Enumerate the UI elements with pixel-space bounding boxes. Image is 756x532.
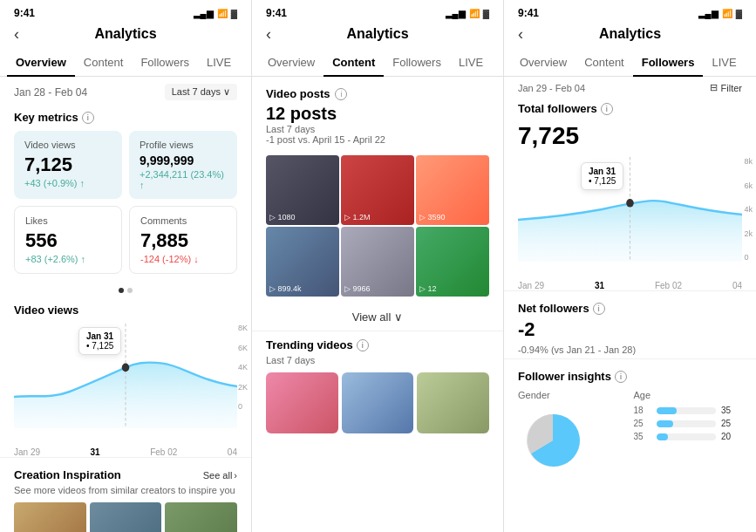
tabs-row-2: Overview Content Followers LIVE (252, 49, 503, 77)
post-views-3: ▷ 899.4k (269, 284, 302, 293)
chart-x-labels-1: Jan 29 31 Feb 02 04 (0, 446, 251, 457)
metric-value-2: 556 (25, 229, 111, 252)
metric-value-3: 7,885 (140, 229, 226, 252)
trending-info-icon[interactable]: i (357, 339, 369, 351)
post-views-2: ▷ 3590 (419, 213, 446, 222)
pagination-dots (0, 284, 251, 300)
trending-section: Trending videos i Last 7 days (252, 331, 503, 437)
insights-section: Follower insights i Gender Age 1 (504, 358, 756, 482)
posts-grid: ▷ 1080 ▷ 1.2M ▷ 3590 ▷ 899.4k ▷ 9966 ▷ 1… (252, 148, 503, 304)
post-thumb-3[interactable]: ▷ 899.4k (266, 227, 339, 297)
tab-followers-1[interactable]: Followers (132, 49, 198, 76)
post-views-5: ▷ 12 (419, 284, 437, 293)
posts-meta-2: -1 post vs. April 15 - April 22 (266, 134, 489, 145)
chevron-down-icon: ∨ (394, 310, 403, 324)
panel-followers: 9:41 ▂▄▆ 📶 ▓ ‹ Analytics Overview Conten… (504, 0, 756, 532)
chart-area-1: Jan 31 • 7,125 8K 6K 4K 2K 0 (0, 324, 251, 446)
video-posts-header: Video posts i 12 posts Last 7 days -1 po… (252, 77, 503, 148)
time-3: 9:41 (518, 7, 539, 19)
net-followers-info-icon[interactable]: i (593, 303, 605, 315)
back-button-2[interactable]: ‹ (266, 25, 271, 44)
age-bar-bg-0 (657, 407, 717, 414)
age-pct-2: 20 (721, 432, 742, 441)
trending-thumb-1[interactable] (342, 372, 414, 433)
post-thumb-1[interactable]: ▷ 1.2M (341, 155, 414, 225)
creation-section: Creation Inspiration See all › See more … (0, 457, 251, 532)
age-col: Age 18 35 25 (634, 390, 743, 445)
age-label: Age (634, 390, 743, 400)
page-title-2: Analytics (346, 26, 408, 42)
tab-followers-2[interactable]: Followers (384, 49, 450, 76)
followers-svg (518, 157, 742, 262)
tab-live-3[interactable]: LIVE (703, 49, 745, 76)
date-range-btn-1[interactable]: Last 7 days ∨ (165, 84, 237, 100)
tab-content-1[interactable]: Content (75, 49, 133, 76)
creation-thumb-2 (90, 502, 162, 532)
age-bar-2: 35 20 (634, 432, 743, 441)
tabs-row-1: Overview Content Followers LIVE (0, 49, 251, 77)
nav-header-3: ‹ Analytics (504, 23, 756, 49)
insights-info-icon[interactable]: i (615, 371, 627, 383)
total-followers-info-icon[interactable]: i (601, 103, 613, 115)
chart-y-labels-3: 8k 6k 4k 2k 0 (744, 157, 753, 262)
panel1-content: Jan 28 - Feb 04 Last 7 days ∨ Key metric… (0, 77, 251, 532)
key-metrics-title: Key metrics i (0, 107, 251, 131)
see-all-link[interactable]: See all › (203, 470, 237, 481)
tab-live-1[interactable]: LIVE (198, 49, 240, 76)
nav-header-2: ‹ Analytics (252, 23, 503, 49)
tab-live-2[interactable]: LIVE (450, 49, 492, 76)
panel3-content: Jan 29 - Feb 04 ⊟ Filter Total followers… (504, 77, 756, 532)
metric-label-0: Video views (24, 140, 112, 150)
age-bar-fill-1 (657, 420, 673, 427)
tab-overview-1[interactable]: Overview (7, 49, 75, 76)
panel-overview: 9:41 ▂▄▆ 📶 ▓ ‹ Analytics Overview Conten… (0, 0, 252, 532)
time-1: 9:41 (14, 7, 35, 19)
post-thumb-0[interactable]: ▷ 1080 (266, 155, 339, 225)
dot-1 (119, 288, 124, 293)
chart-title: Video views (0, 300, 251, 324)
signal-icon-2: ▂▄▆ (446, 9, 466, 18)
post-thumb-2[interactable]: ▷ 3590 (416, 155, 489, 225)
status-bar-2: 9:41 ▂▄▆ 📶 ▓ (252, 0, 503, 23)
age-bar-fill-2 (657, 433, 669, 440)
battery-icon: ▓ (231, 9, 237, 18)
trending-thumb-0[interactable] (266, 372, 338, 433)
date-range-row-1: Jan 28 - Feb 04 Last 7 days ∨ (0, 77, 251, 107)
video-posts-label: Video posts (266, 87, 330, 100)
chart-x-labels-3: Jan 29 31 Feb 02 04 (504, 279, 756, 290)
gender-col: Gender (518, 390, 627, 479)
wifi-icon-2: 📶 (469, 9, 480, 18)
back-button-1[interactable]: ‹ (14, 25, 19, 44)
wifi-icon: 📶 (217, 9, 228, 18)
tabs-row-3: Overview Content Followers LIVE (504, 49, 756, 77)
tab-followers-3[interactable]: Followers (633, 49, 704, 76)
trending-thumbs (266, 372, 489, 433)
post-thumb-4[interactable]: ▷ 9966 (341, 227, 414, 297)
creation-thumbs (14, 502, 237, 532)
trending-thumb-2[interactable] (417, 372, 489, 433)
tab-content-3[interactable]: Content (576, 49, 633, 76)
time-2: 9:41 (266, 7, 287, 19)
post-thumb-5[interactable]: ▷ 12 (416, 227, 489, 297)
metrics-grid: Video views 7,125 +43 (+0.9%) ↑ Profile … (0, 131, 251, 284)
age-label-1: 25 (634, 419, 651, 428)
age-bar-0: 18 35 (634, 406, 743, 415)
filter-button[interactable]: ⊟ Filter (710, 82, 742, 93)
panel-content: 9:41 ▂▄▆ 📶 ▓ ‹ Analytics Overview Conten… (252, 0, 504, 532)
tab-content-2[interactable]: Content (324, 49, 384, 76)
chart-svg-1 (14, 324, 237, 428)
age-label-2: 35 (634, 432, 651, 441)
tab-overview-3[interactable]: Overview (511, 49, 576, 76)
video-posts-label-row: Video posts i (266, 87, 489, 100)
age-pct-0: 35 (721, 406, 742, 415)
gender-pie (518, 406, 588, 475)
insights-label: Follower insights i (518, 370, 742, 383)
tab-overview-2[interactable]: Overview (259, 49, 324, 76)
back-button-3[interactable]: ‹ (518, 25, 523, 44)
posts-count: 12 posts (266, 104, 489, 124)
view-all-button[interactable]: View all ∨ (252, 304, 503, 331)
creation-title: Creation Inspiration (14, 468, 121, 481)
tooltip-date-1: Jan 31 (86, 331, 113, 341)
key-metrics-info-icon[interactable]: i (82, 112, 94, 124)
video-posts-info-icon[interactable]: i (335, 88, 347, 100)
